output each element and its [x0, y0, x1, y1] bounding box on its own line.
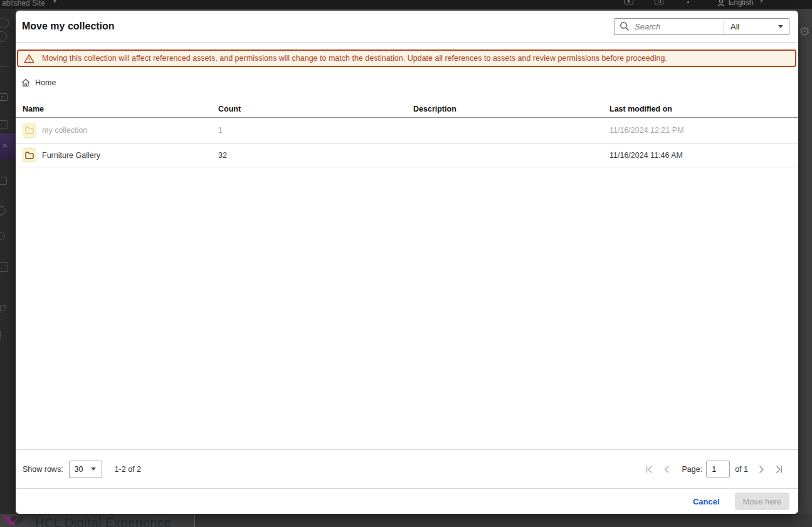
- sidebar-help-icon: (?: [0, 303, 7, 313]
- show-rows-label: Show rows:: [23, 465, 63, 474]
- collection-count: 1: [218, 126, 413, 135]
- collection-modified: 11/16/2024 11:46 AM: [609, 151, 791, 160]
- dialog-header: Move my collection All: [16, 11, 798, 43]
- sidebar-assets-icon: [0, 206, 6, 216]
- move-here-button[interactable]: Move here: [735, 493, 789, 510]
- folder-icon: [23, 148, 36, 162]
- previous-page-button[interactable]: [660, 462, 674, 476]
- table-header-row: Name Count Description Last modified on: [16, 100, 798, 118]
- sidebar-feedback-icon: ʃ: [0, 330, 1, 339]
- search-box: All: [614, 18, 789, 35]
- warning-banner: Moving this collection will affect refer…: [17, 50, 796, 67]
- gear-icon: ⚙: [799, 24, 812, 39]
- cancel-button[interactable]: Cancel: [693, 497, 720, 506]
- next-page-button[interactable]: [754, 462, 768, 476]
- sidebar-active-item: [0, 133, 16, 160]
- table-footer: Show rows: 30 1-2 of 2 Page: of 1: [16, 449, 798, 488]
- breadcrumb-home-link[interactable]: Home: [35, 78, 56, 87]
- sidebar-avatar-icon: [0, 18, 9, 28]
- app-topbar: ablished Site ▼ English ▼: [0, 0, 812, 9]
- dialog-title: Move my collection: [22, 21, 115, 32]
- empty-area: [16, 167, 798, 449]
- sidebar-avatar-icon: [0, 31, 7, 42]
- collection-count: 32: [218, 151, 413, 160]
- column-header-name: Name: [23, 105, 218, 113]
- column-header-count: Count: [218, 105, 413, 113]
- first-page-button[interactable]: [643, 462, 656, 476]
- filter-selected-value: All: [730, 22, 739, 31]
- hcl-logo: [3, 515, 30, 527]
- column-header-description: Description: [413, 105, 609, 113]
- table-row[interactable]: Furniture Gallery 32 11/16/2024 11:46 AM: [16, 143, 798, 167]
- language-selector: English: [729, 0, 753, 7]
- collection-name: my collection: [42, 126, 87, 135]
- sidebar-people-icon: [0, 232, 5, 240]
- rows-per-page-value: 30: [75, 465, 83, 474]
- search-filter-dropdown[interactable]: All: [724, 19, 789, 34]
- page-bottom-edge: HCL Digital Experience: [0, 514, 812, 527]
- app-sidebar: › (? ʃ: [0, 9, 16, 527]
- panel-divider: [194, 514, 195, 527]
- dialog-action-bar: Cancel Move here: [16, 488, 798, 514]
- search-icon: [620, 21, 630, 31]
- row-range-label: 1-2 of 2: [115, 465, 141, 474]
- pagination: Page: of 1: [643, 461, 786, 477]
- sidebar-pages-icon: [0, 120, 8, 128]
- chevron-down-icon: [91, 467, 96, 471]
- brand-title: HCL Digital Experience: [35, 516, 171, 527]
- sidebar-layout-icon: [0, 177, 7, 185]
- folder-icon: [23, 123, 36, 138]
- collection-name: Furniture Gallery: [42, 151, 100, 160]
- person-icon: [717, 0, 725, 9]
- rows-per-page-select[interactable]: 30: [69, 461, 102, 478]
- page-of-label: of 1: [735, 465, 748, 474]
- home-icon: [21, 78, 30, 87]
- search-input[interactable]: [630, 19, 724, 34]
- chevron-down-icon: ▼: [759, 0, 764, 4]
- first-page-icon: [645, 465, 654, 474]
- page-label: Page:: [682, 465, 702, 474]
- column-header-last-modified: Last modified on: [609, 105, 791, 113]
- sidebar-clipboard-icon: [0, 262, 8, 272]
- move-collection-dialog: Move my collection All Moving this colle…: [16, 11, 798, 514]
- collection-modified: 11/16/2024 12:21 PM: [609, 126, 791, 135]
- preview-icon: [625, 0, 633, 4]
- site-selector: ablished Site: [2, 0, 45, 8]
- warning-message: Moving this collection will affect refer…: [42, 54, 667, 63]
- layout-icon: [655, 0, 663, 4]
- warning-icon: [24, 54, 34, 63]
- more-options-icon: [687, 1, 689, 3]
- table-row: my collection 1 11/16/2024 12:21 PM: [16, 118, 798, 143]
- chevron-left-icon: [663, 465, 672, 474]
- last-page-icon: [774, 465, 783, 474]
- chevron-down-icon: ▼: [52, 0, 58, 4]
- breadcrumb: Home: [21, 77, 798, 88]
- sidebar-home-icon: [0, 58, 9, 66]
- page-number-input[interactable]: [706, 461, 730, 477]
- sidebar-console-icon: ›: [0, 93, 8, 101]
- chevron-right-icon: [757, 465, 766, 474]
- last-page-button[interactable]: [772, 462, 786, 476]
- chevron-down-icon: [778, 25, 783, 28]
- collections-table: Name Count Description Last modified on …: [16, 100, 798, 167]
